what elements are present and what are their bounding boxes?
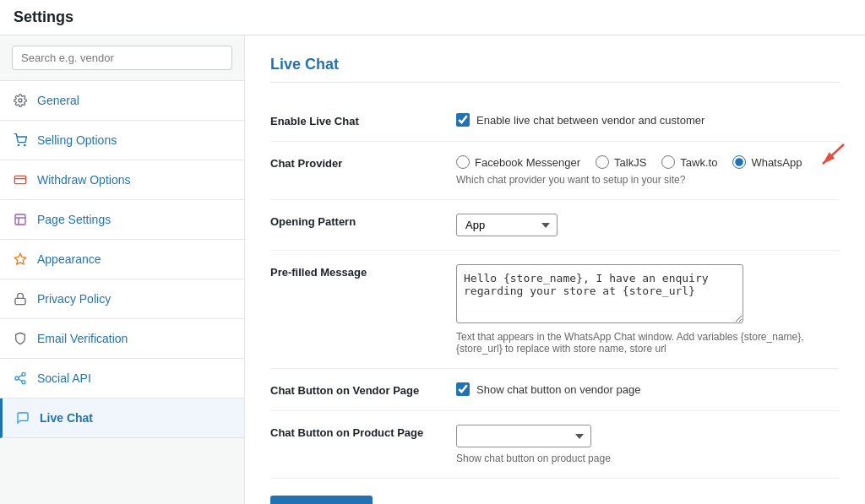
save-changes-button[interactable]: Save Changes <box>270 496 373 504</box>
main-layout: General Selling Options Withdraw Options <box>0 35 865 504</box>
gear-icon <box>12 92 29 109</box>
svg-rect-5 <box>15 214 25 225</box>
withdraw-icon <box>12 171 29 188</box>
sidebar-item-live-chat[interactable]: Live Chat <box>0 398 244 438</box>
page-icon <box>12 211 29 228</box>
sidebar-item-appearance[interactable]: Appearance <box>0 240 244 279</box>
opening-pattern-row: Opening Pattern App Browser <box>270 200 840 251</box>
search-input[interactable] <box>12 46 232 70</box>
enable-live-chat-row: Enable Live Chat Enable live chat betwee… <box>270 100 840 142</box>
cart-icon <box>12 132 29 149</box>
app-container: Settings General Selling Options <box>0 0 865 504</box>
radio-whatsapp-input[interactable] <box>732 155 746 169</box>
svg-line-12 <box>19 379 23 382</box>
radio-tawk[interactable]: Tawk.to <box>661 155 717 169</box>
pre-filled-message-row: Pre-filled Message Hello {store_name}, I… <box>270 251 840 369</box>
content-area: Live Chat Enable Live Chat Enable live c… <box>245 35 865 504</box>
chat-button-product-select[interactable]: Show Hide <box>456 425 591 447</box>
email-icon <box>12 330 29 347</box>
opening-pattern-select[interactable]: App Browser <box>456 214 558 236</box>
radio-tawk-input[interactable] <box>661 155 675 169</box>
section-title: Live Chat <box>270 56 840 83</box>
search-box <box>0 35 244 81</box>
radio-tawk-label: Tawk.to <box>680 156 717 169</box>
svg-point-2 <box>24 144 25 145</box>
sidebar-social-label: Social API <box>37 371 91 385</box>
enable-live-chat-value: Enable live chat between vendor and cust… <box>456 113 840 127</box>
sidebar-item-page-settings[interactable]: Page Settings <box>0 200 244 240</box>
chat-button-vendor-checkbox[interactable] <box>456 382 470 396</box>
enable-live-chat-checkbox[interactable] <box>456 113 470 127</box>
opening-pattern-value: App Browser <box>456 214 840 236</box>
privacy-icon <box>12 290 29 307</box>
pre-filled-message-help: Text that appears in the WhatsApp Chat w… <box>456 331 840 355</box>
page-title: Settings <box>14 8 73 25</box>
enable-live-chat-checkbox-row: Enable live chat between vendor and cust… <box>456 113 840 127</box>
sidebar-selling-label: Selling Options <box>37 133 117 147</box>
sidebar-general-label: General <box>37 94 79 107</box>
chat-button-vendor-value: Show chat button on vendor page <box>456 382 840 396</box>
sidebar-item-general[interactable]: General <box>0 81 244 121</box>
sidebar-item-email-verification[interactable]: Email Verification <box>0 319 244 359</box>
sidebar-item-privacy-policy[interactable]: Privacy Policy <box>0 279 244 319</box>
chat-provider-radio-group: Facebook Messenger TalkJS Tawk.to <box>456 155 840 169</box>
pre-filled-message-textarea[interactable]: Hello {store_name}, I have an enquiry re… <box>456 264 743 323</box>
sidebar-livechat-label: Live Chat <box>40 411 93 425</box>
sidebar-item-social-api[interactable]: Social API <box>0 359 244 398</box>
social-icon <box>12 370 29 387</box>
svg-point-10 <box>15 377 19 380</box>
chat-provider-row: Chat Provider Facebook Messenger TalkJS <box>270 142 840 200</box>
pre-filled-message-value: Hello {store_name}, I have an enquiry re… <box>456 264 840 355</box>
svg-rect-8 <box>15 298 25 304</box>
sidebar-appearance-label: Appearance <box>37 252 101 266</box>
sidebar-item-withdraw-options[interactable]: Withdraw Options <box>0 160 244 200</box>
red-arrow-annotation <box>806 140 848 170</box>
chat-provider-help: Which chat provider you want to setup in… <box>456 174 840 186</box>
svg-point-9 <box>22 372 25 376</box>
chat-provider-label: Chat Provider <box>270 155 456 170</box>
chat-icon <box>14 409 31 426</box>
sidebar: General Selling Options Withdraw Options <box>0 35 245 504</box>
svg-rect-3 <box>14 176 25 183</box>
radio-talkjs[interactable]: TalkJS <box>596 155 646 169</box>
appearance-icon <box>12 251 29 268</box>
svg-line-15 <box>823 144 844 164</box>
svg-point-1 <box>18 144 19 145</box>
content-inner: Live Chat Enable Live Chat Enable live c… <box>245 35 865 504</box>
sidebar-withdraw-label: Withdraw Options <box>37 173 130 187</box>
enable-live-chat-label: Enable Live Chat <box>270 113 456 127</box>
radio-whatsapp-label: WhatsApp <box>751 156 802 169</box>
chat-button-vendor-checkbox-row: Show chat button on vendor page <box>456 382 840 396</box>
opening-pattern-label: Opening Pattern <box>270 214 456 228</box>
pre-filled-message-label: Pre-filled Message <box>270 264 456 279</box>
svg-point-0 <box>19 99 22 102</box>
chat-button-vendor-row: Chat Button on Vendor Page Show chat but… <box>270 369 840 411</box>
radio-facebook-label: Facebook Messenger <box>475 156 580 169</box>
sidebar-email-label: Email Verification <box>37 332 128 345</box>
radio-whatsapp[interactable]: WhatsApp <box>732 155 802 169</box>
radio-facebook[interactable]: Facebook Messenger <box>456 155 580 169</box>
sidebar-privacy-label: Privacy Policy <box>37 292 111 306</box>
chat-provider-value: Facebook Messenger TalkJS Tawk.to <box>456 155 840 186</box>
sidebar-item-selling-options[interactable]: Selling Options <box>0 121 244 160</box>
svg-line-13 <box>19 375 23 377</box>
chat-button-product-row: Chat Button on Product Page Show Hide Sh… <box>270 411 840 479</box>
chat-button-product-label: Chat Button on Product Page <box>270 425 456 439</box>
enable-live-chat-checkbox-label: Enable live chat between vendor and cust… <box>476 114 705 127</box>
svg-point-11 <box>22 381 25 384</box>
radio-facebook-input[interactable] <box>456 155 470 169</box>
chat-button-vendor-checkbox-label: Show chat button on vendor page <box>476 383 640 396</box>
header: Settings <box>0 0 865 35</box>
chat-button-product-help: Show chat button on product page <box>456 453 840 464</box>
chat-button-vendor-label: Chat Button on Vendor Page <box>270 382 456 397</box>
radio-talkjs-input[interactable] <box>596 155 609 169</box>
sidebar-page-label: Page Settings <box>37 213 111 226</box>
chat-button-product-value: Show Hide Show chat button on product pa… <box>456 425 840 464</box>
radio-talkjs-label: TalkJS <box>614 156 646 169</box>
